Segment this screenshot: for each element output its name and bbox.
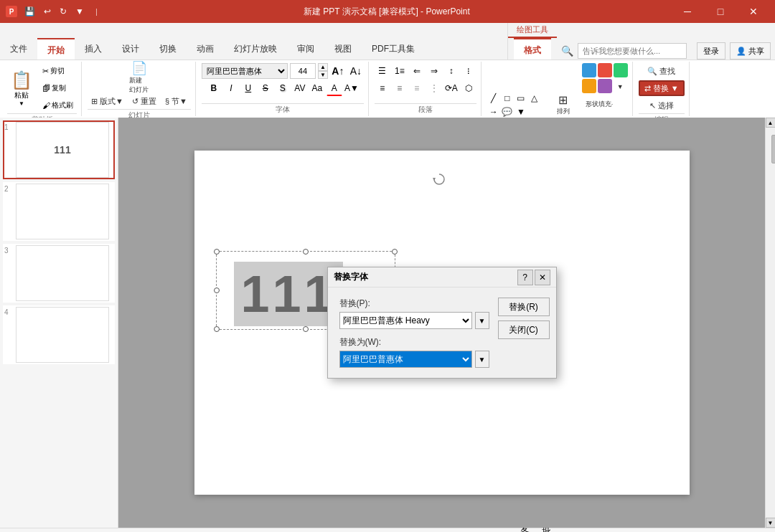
undo-button[interactable]: ↩ (41, 5, 54, 18)
replace-with-font-select[interactable]: 阿里巴巴普惠体 (339, 351, 472, 368)
replace-dropdown-button[interactable]: ▼ (475, 312, 489, 329)
handle-tm[interactable] (303, 249, 309, 255)
format-painter-button[interactable]: 🖌 格式刷 (39, 98, 77, 113)
quick-styles-button[interactable]: ▼ (614, 79, 627, 95)
bullets-button[interactable]: ☰ (375, 63, 390, 79)
text-shadow-button[interactable]: S (275, 80, 291, 96)
slide-thumb-2[interactable]: 2 (3, 182, 115, 241)
justify-button[interactable]: ⋮ (426, 80, 442, 96)
copy-button[interactable]: 🗐 复制 (39, 80, 77, 96)
scroll-down-button[interactable]: ▼ (766, 518, 776, 528)
handle-bm[interactable] (303, 326, 309, 332)
change-case-button[interactable]: Aa (309, 80, 325, 96)
shape-rounded-rect[interactable]: ▭ (515, 92, 527, 105)
redo-button[interactable]: ↻ (57, 5, 70, 18)
section-button[interactable]: §节▼ (161, 93, 191, 109)
scroll-thumb[interactable] (771, 135, 776, 163)
layout-button[interactable]: ⊞版式▼ (88, 93, 127, 109)
font-name-select[interactable]: 阿里巴巴普惠体 (202, 63, 288, 79)
tab-view[interactable]: 视图 (324, 38, 362, 60)
font-name-row: 阿里巴巴普惠体 ▲ ▼ A↑ A↓ (202, 63, 364, 79)
font-increase-button[interactable]: ▲ (318, 63, 328, 71)
handle-tl[interactable] (214, 249, 220, 255)
handle-tr[interactable] (392, 249, 398, 255)
replace-button[interactable]: ⇄ 替换 ▼ (639, 80, 685, 96)
font-decrease-button[interactable]: ▼ (318, 71, 328, 79)
tab-animation[interactable]: 动画 (187, 38, 224, 60)
columns-button[interactable]: ⫶ (461, 63, 476, 79)
share-button[interactable]: 👤 共享 (730, 42, 771, 60)
ribbon-content: 📋 粘贴 ▼ ✂ 剪切 🗐 复制 (0, 60, 775, 118)
style-red[interactable] (598, 63, 612, 77)
select-button[interactable]: ↖ 选择 (646, 98, 677, 113)
increase-font-button[interactable]: A↑ (330, 63, 346, 79)
fill-button[interactable]: 形状填充· (582, 96, 625, 112)
ribbon: 文件 开始 插入 设计 切换 动画 幻灯片放映 审阅 视图 PDF工具集 绘图工… (0, 23, 775, 118)
tab-file[interactable]: 文件 (0, 38, 37, 60)
smart-art-button[interactable]: ⬡ (461, 80, 476, 96)
align-center-button[interactable]: ≡ (392, 80, 408, 96)
paste-button[interactable]: 📋 粘贴 ▼ (7, 68, 36, 108)
char-spacing-button[interactable]: AV (292, 80, 308, 96)
decrease-indent-button[interactable]: ⇐ (409, 63, 425, 79)
style-purple[interactable] (598, 79, 612, 93)
line-spacing-button[interactable]: ↕ (443, 63, 459, 79)
shape-callout[interactable]: 💬 (501, 105, 514, 118)
minimize-button[interactable]: ─ (672, 1, 703, 22)
tab-home[interactable]: 开始 (37, 38, 75, 60)
numbering-button[interactable]: 1≡ (392, 63, 408, 79)
align-right-button[interactable]: ≡ (409, 80, 425, 96)
slide-thumb-1[interactable]: 1 111 (3, 120, 115, 179)
replace-font-select[interactable]: 阿里巴巴普惠体 Heavy (339, 312, 472, 329)
decrease-font-button[interactable]: A↓ (348, 63, 364, 79)
font-size-input[interactable] (290, 63, 316, 79)
font-color-button[interactable]: A (327, 80, 342, 96)
handle-bl[interactable] (214, 326, 220, 332)
tab-transition[interactable]: 切换 (149, 38, 187, 60)
slides-group: 📄 新建幻灯片 ⊞版式▼ ↺重置 §节▼ 幻灯片 (83, 62, 196, 116)
replace-action-button[interactable]: 替换(R) (498, 298, 550, 316)
find-button[interactable]: 🔍 查找 (644, 63, 679, 79)
tab-insert[interactable]: 插入 (75, 38, 112, 60)
replace-with-dropdown-button[interactable]: ▼ (475, 351, 489, 368)
cut-button[interactable]: ✂ 剪切 (39, 63, 77, 79)
style-blue[interactable] (582, 63, 596, 77)
save-button[interactable]: 💾 (22, 5, 38, 18)
increase-indent-button[interactable]: ⇒ (426, 63, 442, 79)
shape-rect[interactable]: □ (501, 92, 514, 105)
underline-button[interactable]: U (240, 80, 256, 96)
slide-thumb-4[interactable]: 4 (3, 305, 115, 364)
login-button[interactable]: 登录 (697, 42, 725, 60)
reset-button[interactable]: ↺重置 (128, 93, 160, 109)
maximize-button[interactable]: □ (705, 1, 736, 22)
dialog-close-button[interactable]: ✕ (535, 270, 550, 285)
shape-arrow[interactable]: → (487, 105, 500, 118)
style-green[interactable] (614, 63, 628, 77)
bold-button[interactable]: B (206, 80, 222, 96)
slide-thumb-3[interactable]: 3 (3, 244, 115, 303)
close-action-button[interactable]: 关闭(C) (498, 320, 550, 339)
close-button[interactable]: ✕ (738, 1, 769, 22)
replace-font-dialog[interactable]: 替换字体 ? ✕ 替换(P): (327, 267, 557, 379)
shape-triangle[interactable]: △ (528, 92, 541, 105)
text-direction-button[interactable]: ⟳A (443, 80, 459, 96)
italic-button[interactable]: I (223, 80, 239, 96)
customize-button[interactable]: ▼ (72, 5, 87, 18)
style-orange[interactable] (582, 79, 596, 93)
tab-pdf[interactable]: PDF工具集 (362, 38, 425, 60)
scroll-up-button[interactable]: ▲ (766, 118, 776, 128)
strikethrough-button[interactable]: S (258, 80, 273, 96)
highlight-button[interactable]: A▼ (344, 80, 360, 96)
handle-ml[interactable] (214, 288, 220, 293)
tab-design[interactable]: 设计 (112, 38, 149, 60)
shape-more[interactable]: ▼ (515, 105, 527, 118)
search-input[interactable] (578, 43, 687, 59)
dialog-help-button[interactable]: ? (517, 270, 533, 285)
align-left-button[interactable]: ≡ (375, 80, 390, 96)
shape-line[interactable]: ╱ (487, 92, 500, 105)
rotate-handle[interactable] (432, 172, 446, 189)
tab-review[interactable]: 审阅 (287, 38, 324, 60)
tab-slideshow[interactable]: 幻灯片放映 (224, 38, 287, 60)
tab-format[interactable]: 格式 (514, 38, 551, 60)
new-slide-button[interactable]: 📄 新建幻灯片 (118, 63, 161, 92)
